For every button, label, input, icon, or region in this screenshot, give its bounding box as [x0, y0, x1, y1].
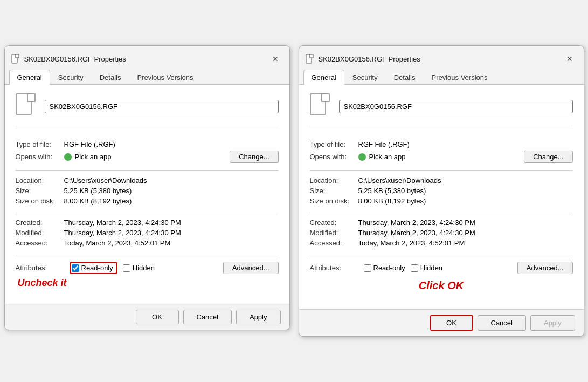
title-bar-1: SK02BX0G0156.RGF Properties ✕: [5, 46, 289, 70]
type-of-file-row-2: Type of file: RGF File (.RGF): [310, 140, 573, 148]
svg-rect-1: [16, 54, 19, 58]
hidden-label-2: Hidden: [420, 264, 442, 272]
click-ok-annotation: Click OK: [310, 274, 573, 294]
tab-general-1[interactable]: General: [9, 70, 50, 85]
change-button-2[interactable]: Change...: [524, 151, 572, 163]
dialog-2-content: Type of file: RGF File (.RGF) Opens with…: [299, 85, 584, 309]
hidden-checkbox-item-2[interactable]: Hidden: [411, 264, 442, 272]
attributes-row-2: Attributes: Read-only Hidden Advanced...: [310, 262, 573, 274]
hidden-checkbox-2[interactable]: [411, 264, 418, 272]
modified-row-2: Modified: Thursday, March 2, 2023, 4:24:…: [310, 229, 573, 237]
dialog-1-title: SK02BX0G0156.RGF Properties: [24, 55, 126, 63]
size-on-disk-label-2: Size on disk:: [310, 197, 358, 205]
app-name-2: Pick an app: [369, 153, 521, 161]
annotation-text-1: Uncheck it: [18, 277, 67, 289]
accessed-label-2: Accessed:: [310, 239, 358, 247]
readonly-checkbox-2[interactable]: [364, 264, 371, 272]
size-row-1: Size: 5.25 KB (5,380 bytes): [16, 187, 279, 195]
hidden-checkbox-1[interactable]: [123, 264, 130, 272]
opens-with-content-1: Pick an app Change...: [64, 151, 279, 163]
dialog-1-close-button[interactable]: ✕: [268, 51, 283, 66]
apply-button-1[interactable]: Apply: [236, 310, 281, 324]
attributes-section-2: Attributes: Read-only Hidden Advanced...…: [310, 255, 573, 301]
created-label-1: Created:: [16, 219, 64, 227]
modified-label-1: Modified:: [16, 229, 64, 237]
size-label-2: Size:: [310, 187, 358, 195]
tab-details-2[interactable]: Details: [386, 70, 424, 85]
size-on-disk-value-2: 8.00 KB (8,192 bytes): [358, 197, 426, 205]
file-icon-large-1: [16, 93, 37, 119]
advanced-button-2[interactable]: Advanced...: [517, 262, 573, 274]
location-section-2: Location: C:\Users\xuser\Downloads Size:…: [310, 171, 573, 213]
size-on-disk-value-1: 8.00 KB (8,192 bytes): [64, 197, 132, 205]
accessed-value-2: Today, March 2, 2023, 4:52:01 PM: [358, 239, 465, 247]
svg-rect-7: [322, 94, 329, 101]
created-label-2: Created:: [310, 219, 358, 227]
accessed-value-1: Today, March 2, 2023, 4:52:01 PM: [64, 239, 171, 247]
dates-section-1: Created: Thursday, March 2, 2023, 4:24:3…: [16, 213, 279, 255]
accessed-row-2: Accessed: Today, March 2, 2023, 4:52:01 …: [310, 239, 573, 247]
svg-rect-3: [27, 94, 35, 101]
tab-previous-versions-2[interactable]: Previous Versions: [423, 70, 495, 85]
dialog-1-content: Type of file: RGF File (.RGF) Opens with…: [5, 85, 289, 304]
tab-general-2[interactable]: General: [303, 70, 344, 85]
readonly-label-1: Read-only: [81, 264, 113, 272]
ok-button-1[interactable]: OK: [136, 310, 179, 324]
readonly-label-2: Read-only: [373, 264, 405, 272]
title-bar-left-2: SK02BX0G0156.RGF Properties: [306, 54, 420, 64]
attributes-section-1: Attributes: Read-only Hidden Advanced...: [16, 255, 279, 295]
opens-with-label-2: Opens with:: [310, 153, 358, 161]
tab-details-1[interactable]: Details: [92, 70, 129, 85]
opens-with-content-2: Pick an app Change...: [358, 151, 573, 163]
annotation-box-1: Uncheck it: [16, 277, 279, 289]
readonly-highlight-box: Read-only: [70, 262, 117, 274]
created-value-1: Thursday, March 2, 2023, 4:24:30 PM: [64, 219, 181, 227]
opens-with-row-2: Opens with: Pick an app Change...: [310, 151, 573, 163]
opens-with-row-1: Opens with: Pick an app Change...: [16, 151, 279, 163]
created-row-1: Created: Thursday, March 2, 2023, 4:24:3…: [16, 219, 279, 227]
file-name-input-1[interactable]: [45, 100, 279, 113]
file-header-1: [16, 93, 279, 126]
file-info-section-2: Type of file: RGF File (.RGF) Opens with…: [310, 135, 573, 171]
file-header-2: [310, 93, 573, 126]
ok-button-2[interactable]: OK: [430, 315, 473, 331]
apply-button-2: Apply: [530, 315, 575, 331]
type-of-file-value-1: RGF File (.RGF): [64, 140, 115, 148]
file-icon-title-1: [11, 54, 20, 64]
tab-previous-versions-1[interactable]: Previous Versions: [129, 70, 201, 85]
readonly-checkbox-item-1[interactable]: Read-only: [72, 264, 113, 272]
readonly-checkbox-1[interactable]: [72, 264, 79, 272]
opens-with-label-1: Opens with:: [16, 153, 64, 161]
accessed-row-1: Accessed: Today, March 2, 2023, 4:52:01 …: [16, 239, 279, 247]
readonly-checkbox-item-2[interactable]: Read-only: [364, 264, 405, 272]
file-info-section-1: Type of file: RGF File (.RGF) Opens with…: [16, 135, 279, 171]
size-on-disk-row-2: Size on disk: 8.00 KB (8,192 bytes): [310, 197, 573, 205]
app-icon-1: [64, 153, 72, 161]
cancel-button-1[interactable]: Cancel: [183, 310, 232, 324]
modified-row-1: Modified: Thursday, March 2, 2023, 4:24:…: [16, 229, 279, 237]
dialog-2-close-button[interactable]: ✕: [562, 51, 577, 66]
cancel-button-2[interactable]: Cancel: [478, 315, 526, 331]
file-name-input-2[interactable]: [339, 100, 573, 113]
click-ok-text: Click OK: [419, 279, 464, 291]
location-value-1: C:\Users\xuser\Downloads: [64, 176, 147, 185]
advanced-button-1[interactable]: Advanced...: [223, 262, 279, 274]
title-bar-left-1: SK02BX0G0156.RGF Properties: [11, 54, 126, 64]
location-label-1: Location:: [16, 176, 64, 185]
hidden-label-1: Hidden: [133, 264, 155, 272]
tab-security-2[interactable]: Security: [344, 70, 386, 85]
hidden-checkbox-item-1[interactable]: Hidden: [123, 264, 155, 272]
attributes-label-2: Attributes:: [310, 264, 358, 272]
created-row-2: Created: Thursday, March 2, 2023, 4:24:3…: [310, 219, 573, 227]
size-on-disk-label-1: Size on disk:: [16, 197, 64, 205]
dialog-1-bottom-bar: OK Cancel Apply: [5, 304, 289, 330]
tab-security-1[interactable]: Security: [50, 70, 92, 85]
modified-value-1: Thursday, March 2, 2023, 4:24:30 PM: [64, 229, 181, 237]
location-row-2: Location: C:\Users\xuser\Downloads: [310, 176, 573, 185]
dialog-2: SK02BX0G0156.RGF Properties ✕ General Se…: [299, 45, 584, 337]
attributes-row-1: Attributes: Read-only Hidden Advanced...: [16, 262, 279, 274]
file-icon-large-2: [310, 93, 331, 119]
type-of-file-label-1: Type of file:: [16, 140, 64, 148]
change-button-1[interactable]: Change...: [230, 151, 278, 163]
location-section-1: Location: C:\Users\xuser\Downloads Size:…: [16, 171, 279, 213]
